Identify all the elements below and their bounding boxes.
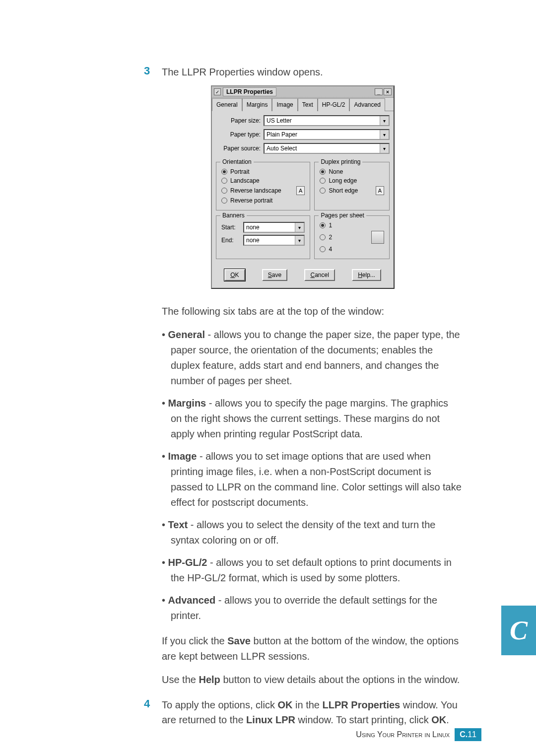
- step4-number: 4: [144, 697, 153, 727]
- window-title: LLPR Properties: [223, 87, 276, 96]
- paper-type-select[interactable]: Plain Paper ▾: [264, 129, 390, 140]
- llpr-properties-dialog: ✓ LLPR Properties _ × General Margins Im…: [211, 85, 395, 289]
- paper-type-label: Paper type:: [216, 131, 261, 138]
- banner-start-value: none: [244, 223, 295, 232]
- page-number-badge: C.11: [455, 728, 481, 741]
- paper-source-value: Auto Select: [265, 144, 380, 153]
- help-button[interactable]: Help...Help...: [352, 269, 381, 281]
- save-paragraph: If you click the Save button at the bott…: [162, 633, 462, 664]
- chevron-down-icon[interactable]: ▾: [295, 236, 304, 245]
- radio-pps-4[interactable]: [320, 246, 326, 252]
- minimize-button[interactable]: _: [375, 88, 383, 95]
- banner-start-label: Start:: [221, 224, 240, 231]
- tabs-bullet-list: General - allows you to change the paper…: [162, 327, 462, 623]
- bullet-hpgl2: HP-GL/2 - allows you to set default opti…: [162, 555, 462, 586]
- orientation-preview-icon: A: [296, 186, 305, 195]
- chevron-down-icon[interactable]: ▾: [380, 130, 389, 139]
- orientation-group: Orientation Portrait Landscape Reverse l…: [216, 162, 310, 210]
- banner-end-select[interactable]: none ▾: [243, 235, 305, 246]
- radio-portrait[interactable]: [221, 169, 227, 175]
- radio-duplex-long[interactable]: [320, 178, 326, 184]
- bullet-text: Text - allows you to select the density …: [162, 517, 462, 548]
- ok-button[interactable]: OOKK: [224, 269, 245, 281]
- step3-number: 3: [144, 65, 153, 79]
- close-button[interactable]: ×: [384, 88, 392, 95]
- tab-image[interactable]: Image: [272, 98, 297, 111]
- paper-size-select[interactable]: US Letter ▾: [264, 115, 390, 126]
- chevron-down-icon[interactable]: ▾: [380, 144, 389, 153]
- pps-legend: Pages per sheet: [319, 212, 366, 219]
- banner-end-value: none: [244, 236, 295, 245]
- radio-pps-2[interactable]: [320, 234, 326, 240]
- tab-margins[interactable]: Margins: [242, 98, 272, 111]
- pps-1-label: 1: [329, 222, 332, 229]
- duplex-preview-icon: A: [376, 186, 384, 195]
- paper-source-label: Paper source:: [216, 145, 261, 152]
- banner-start-select[interactable]: none ▾: [243, 222, 305, 233]
- paper-source-select[interactable]: Auto Select ▾: [264, 143, 390, 154]
- step3-text: The LLPR Properties window opens.: [162, 65, 462, 79]
- cancel-button[interactable]: CancelCancel: [304, 269, 335, 281]
- bullet-advanced: Advanced - allows you to override the de…: [162, 593, 462, 623]
- tab-advanced[interactable]: Advanced: [349, 98, 385, 111]
- orientation-legend: Orientation: [220, 158, 254, 165]
- bullet-margins: Margins - allows you to specify the page…: [162, 396, 462, 442]
- banner-end-label: End:: [221, 237, 240, 244]
- radio-reverse-landscape[interactable]: [221, 188, 227, 194]
- paper-type-value: Plain Paper: [265, 130, 380, 139]
- duplex-none-label: None: [329, 168, 343, 175]
- pps-4-label: 4: [329, 246, 332, 253]
- footer-text: Using Your Printer in Linux: [356, 730, 450, 739]
- radio-duplex-none[interactable]: [320, 169, 326, 175]
- radio-pps-1[interactable]: [320, 222, 326, 228]
- window-menu-icon[interactable]: ✓: [214, 88, 221, 95]
- save-button[interactable]: SaveSave: [262, 269, 287, 281]
- banners-group: Banners Start: none ▾ End: none ▾: [216, 215, 310, 259]
- reverse-landscape-label: Reverse landscape: [230, 187, 281, 194]
- side-appendix-letter: C: [501, 606, 536, 655]
- pages-per-sheet-group: Pages per sheet 1 2 4: [314, 215, 390, 259]
- tab-bar: General Margins Image Text HP-GL/2 Advan…: [212, 98, 394, 111]
- bullet-image: Image - allows you to set image options …: [162, 449, 462, 510]
- radio-duplex-short[interactable]: [320, 188, 326, 194]
- radio-reverse-portrait[interactable]: [221, 198, 227, 204]
- tab-general[interactable]: General: [212, 98, 242, 111]
- paper-size-value: US Letter: [265, 116, 380, 125]
- titlebar: ✓ LLPR Properties _ ×: [212, 86, 394, 98]
- landscape-label: Landscape: [230, 177, 260, 184]
- footer: Using Your Printer in Linux C.11: [356, 728, 481, 741]
- chevron-down-icon[interactable]: ▾: [380, 116, 389, 125]
- reverse-portrait-label: Reverse portrait: [230, 197, 272, 204]
- chevron-down-icon[interactable]: ▾: [295, 223, 304, 232]
- tab-text[interactable]: Text: [298, 98, 318, 111]
- bullet-general: General - allows you to change the paper…: [162, 327, 462, 389]
- radio-landscape[interactable]: [221, 178, 227, 184]
- step4-text: To apply the options, click OK in the LL…: [162, 697, 462, 727]
- duplex-group: Duplex printing None Long edge Short edg…: [314, 162, 390, 210]
- pps-2-label: 2: [329, 234, 332, 241]
- help-paragraph: Use the Help button to view details abou…: [162, 672, 462, 687]
- paper-size-label: Paper size:: [216, 117, 261, 124]
- banners-legend: Banners: [220, 212, 247, 219]
- duplex-short-label: Short edge: [329, 187, 358, 194]
- tab-hpgl2[interactable]: HP-GL/2: [318, 98, 350, 111]
- pps-preview-icon: [371, 231, 384, 244]
- duplex-legend: Duplex printing: [319, 158, 362, 165]
- tabs-intro: The following six tabs are at the top of…: [162, 304, 462, 319]
- portrait-label: Portrait: [230, 168, 250, 175]
- duplex-long-label: Long edge: [329, 177, 357, 184]
